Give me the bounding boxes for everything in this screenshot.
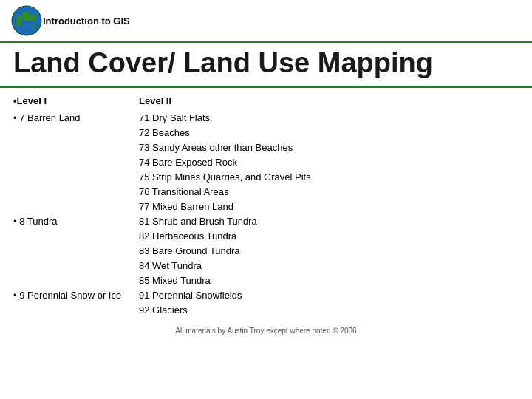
header-title: Introduction to GIS	[43, 16, 130, 27]
level-ii-item: 85 Mixed Tundra	[139, 273, 519, 288]
level-ii-item: 73 Sandy Areas other than Beaches	[139, 140, 519, 155]
level-ii-item: 77 Mixed Barren Land	[139, 200, 519, 214]
level-ii-list: 71 Dry Salt Flats.72 Beaches73 Sandy Are…	[139, 111, 519, 318]
svg-point-4	[32, 25, 36, 28]
level-ii-item: 75 Strip Mines Quarries, and Gravel Pits	[139, 170, 519, 185]
level-ii-item: 74 Bare Exposed Rock	[139, 155, 519, 170]
main-title: Land Cover/ Land Use Mapping	[0, 43, 532, 88]
level-ii-item: 91 Perennial Snowfields	[139, 288, 519, 303]
level-ii-item: 72 Beaches	[139, 126, 519, 140]
level-ii-item: 83 Bare Ground Tundra	[139, 244, 519, 259]
level-ii-item: 82 Herbaceous Tundra	[139, 229, 519, 244]
level-ii-item: 92 Glaciers	[139, 303, 519, 318]
level-ii-item: 84 Wet Tundra	[139, 259, 519, 273]
level-ii-item: 81 Shrub and Brush Tundra	[139, 214, 519, 229]
level-i-item-snow: • 9 Perennial Snow or Ice	[13, 288, 132, 318]
level-i-item-barren: • 7 Barren Land	[13, 111, 132, 214]
footer: All materials by Austin Troy except wher…	[0, 325, 532, 336]
level-ii-column: Level II 71 Dry Salt Flats.72 Beaches73 …	[139, 95, 519, 318]
level-ii-item: 71 Dry Salt Flats.	[139, 111, 519, 126]
content-area: •Level I • 7 Barren Land • 8 Tundra • 9 …	[0, 88, 532, 325]
header-bar: Introduction to GIS	[0, 0, 532, 43]
globe-icon	[10, 4, 43, 37]
level-i-item-tundra: • 8 Tundra	[13, 214, 132, 288]
level-i-entries: • 7 Barren Land • 8 Tundra • 9 Perennial…	[13, 111, 132, 318]
level-i-column: •Level I • 7 Barren Land • 8 Tundra • 9 …	[13, 95, 139, 318]
level-i-header: •Level I	[13, 95, 132, 106]
level-ii-header: Level II	[139, 95, 519, 106]
level-ii-item: 76 Transitional Areas	[139, 185, 519, 200]
